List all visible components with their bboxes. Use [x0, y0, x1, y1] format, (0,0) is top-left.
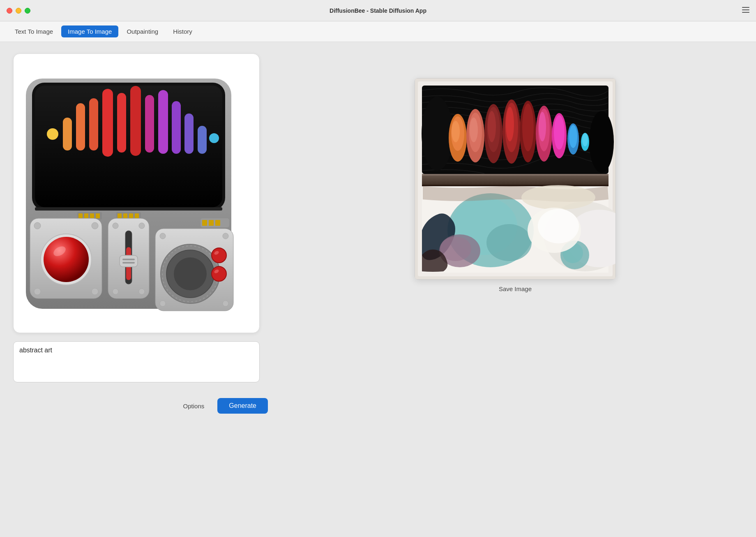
svg-rect-28: [129, 213, 133, 218]
svg-point-91: [582, 133, 588, 146]
svg-rect-94: [422, 174, 608, 176]
svg-point-53: [160, 233, 166, 239]
actions-row: Options Generate: [13, 398, 268, 414]
svg-rect-29: [135, 213, 139, 218]
svg-rect-15: [172, 101, 181, 154]
prompt-input[interactable]: abstract art: [13, 341, 260, 382]
svg-rect-27: [123, 213, 127, 218]
svg-point-87: [554, 115, 565, 150]
svg-rect-2: [742, 12, 749, 13]
svg-point-71: [452, 121, 460, 142]
minimize-button[interactable]: [16, 8, 21, 14]
svg-point-59: [174, 257, 207, 290]
svg-rect-51: [209, 220, 214, 226]
svg-point-74: [470, 118, 478, 142]
svg-point-108: [538, 209, 579, 243]
svg-point-89: [569, 125, 577, 148]
svg-point-18: [209, 133, 219, 143]
svg-point-56: [223, 301, 228, 306]
save-image-button[interactable]: Save Image: [499, 285, 532, 292]
svg-rect-24: [96, 213, 100, 218]
tab-history[interactable]: History: [166, 25, 199, 37]
svg-point-85: [539, 112, 546, 141]
close-button[interactable]: [7, 8, 12, 14]
tab-text-to-image[interactable]: Text To Image: [8, 25, 60, 37]
svg-rect-93: [422, 174, 608, 186]
svg-point-32: [34, 288, 41, 295]
svg-rect-17: [198, 126, 207, 154]
svg-point-39: [113, 223, 118, 229]
svg-point-61: [212, 248, 226, 263]
svg-point-33: [92, 222, 98, 229]
svg-point-80: [506, 107, 514, 141]
svg-rect-50: [202, 220, 207, 226]
svg-point-54: [223, 233, 228, 239]
svg-rect-12: [130, 86, 141, 156]
svg-rect-8: [76, 103, 85, 150]
traffic-lights: [7, 8, 30, 14]
navbar: Text To Image Image To Image Outpainting…: [0, 21, 756, 42]
svg-rect-13: [145, 95, 154, 153]
svg-rect-11: [117, 93, 126, 153]
generated-image-container: Save Image: [415, 78, 616, 292]
svg-rect-23: [90, 213, 94, 218]
svg-rect-1: [742, 9, 749, 10]
main-content: abstract art Options Generate: [0, 42, 756, 537]
svg-rect-14: [158, 90, 168, 154]
menu-icon[interactable]: [742, 6, 749, 15]
tab-image-to-image[interactable]: Image To Image: [61, 25, 118, 37]
tab-outpainting[interactable]: Outpainting: [120, 25, 165, 37]
svg-rect-22: [84, 213, 88, 218]
svg-point-82: [522, 104, 534, 151]
source-image: [14, 54, 259, 333]
svg-point-68: [422, 97, 453, 171]
titlebar: DiffusionBee - Stable Diffusion App: [0, 0, 756, 21]
svg-point-92: [589, 111, 614, 173]
svg-rect-16: [184, 113, 194, 154]
svg-point-40: [139, 223, 145, 229]
svg-rect-0: [742, 7, 749, 8]
svg-rect-95: [422, 185, 608, 186]
svg-rect-52: [215, 220, 220, 226]
left-panel: abstract art Options Generate: [13, 53, 268, 525]
svg-point-77: [488, 111, 496, 142]
svg-point-36: [44, 237, 89, 282]
svg-point-31: [34, 222, 41, 229]
svg-rect-9: [89, 98, 98, 150]
svg-rect-26: [118, 213, 122, 218]
prompt-area: abstract art: [13, 341, 260, 384]
svg-rect-45: [120, 255, 138, 267]
svg-rect-19: [35, 207, 222, 211]
svg-point-104: [521, 185, 595, 210]
maximize-button[interactable]: [25, 8, 30, 14]
svg-point-101: [486, 224, 532, 261]
svg-point-63: [212, 266, 226, 281]
svg-rect-47: [122, 262, 135, 264]
app-title: DiffusionBee - Stable Diffusion App: [330, 7, 426, 14]
image-upload-area[interactable]: [13, 53, 260, 333]
svg-rect-46: [122, 259, 135, 260]
generated-image: [415, 78, 616, 280]
svg-point-55: [160, 301, 166, 306]
svg-point-41: [113, 289, 118, 294]
svg-point-6: [47, 128, 58, 140]
generate-button[interactable]: Generate: [217, 398, 268, 414]
right-panel: Save Image: [288, 53, 743, 525]
svg-rect-10: [102, 89, 113, 157]
svg-point-42: [139, 289, 145, 294]
svg-point-34: [92, 288, 98, 295]
svg-rect-7: [63, 118, 72, 150]
svg-rect-21: [78, 213, 83, 218]
options-button[interactable]: Options: [177, 399, 211, 413]
